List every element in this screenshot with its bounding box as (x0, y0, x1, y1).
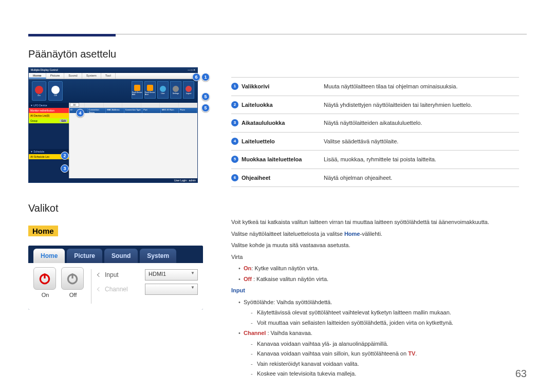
toolbar: On Off Fault Device Add Fault Device Ass… (29, 79, 197, 103)
legend-row: 2Laiteluokka Näytä yhdistettyjen näyttöl… (231, 96, 519, 115)
window-controls: — □ ✕ (188, 68, 195, 72)
tab2-home[interactable]: Home (33, 249, 65, 263)
chevron-icon (97, 287, 101, 291)
legend-row: 3Aikataululuokka Näytä näyttölaitteiden … (231, 114, 519, 133)
table-header: ID Connection Status MAC Address Connect… (69, 108, 197, 113)
legend-row: 5Muokkaa laiteluetteloa Lisää, muokkaa, … (231, 151, 519, 169)
input-select[interactable]: HDMI1 (145, 269, 198, 281)
callout-3: 3 (61, 164, 69, 173)
subheading-home: Home (28, 226, 58, 236)
heading-layout: Päänäytön asettelu (28, 48, 203, 60)
tab-picture[interactable]: Picture (46, 73, 65, 79)
right-column: 1Valikkorivi Muuta näyttölaitteen tilaa … (231, 77, 529, 380)
callout-4: 4 (76, 109, 84, 117)
heading-menus: Valikot (28, 202, 203, 214)
fault-device-add-button[interactable]: Fault Device Add (132, 81, 143, 99)
tab-sound[interactable]: Sound (64, 73, 82, 79)
tab-tool[interactable]: Tool (101, 73, 116, 79)
device-list-area: All ID Connection Status MAC Address Con… (69, 103, 197, 178)
input-label: Input (105, 271, 141, 278)
callout-6: 6 (192, 73, 200, 81)
tab-system[interactable]: System (82, 73, 101, 79)
sidebar-all-devices[interactable]: All Device List(0) (29, 113, 69, 118)
legend-table: 1Valikkorivi Muuta näyttölaitteen tilaa … (231, 77, 519, 187)
legend-row: 1Valikkorivi Muuta näyttölaitteen tilaa … (231, 77, 519, 96)
menubar: Home Picture Sound System Tool (29, 73, 197, 79)
channel-label: Channel (105, 286, 141, 293)
page-number: 63 (515, 368, 527, 380)
app-screenshot-overview: Multiple Display Control — □ ✕ Home Pict… (28, 67, 198, 183)
settings-button[interactable]: Settings (170, 81, 181, 99)
callout-1: 1 (201, 73, 210, 81)
titlebar: Multiple Display Control — □ ✕ (29, 68, 197, 73)
body-text: Voit kytkeä tai katkaista valitun laitte… (231, 218, 529, 378)
page-top-rule (28, 34, 527, 36)
power-on-button[interactable]: On (32, 81, 46, 101)
fault-device-asst-button[interactable]: Fault Device Asst (144, 81, 156, 99)
user-button[interactable]: User (157, 81, 169, 99)
statusbar: User Login : admin (29, 178, 197, 182)
edit-button[interactable]: Edit (60, 119, 67, 122)
sidebar-lfd-header[interactable]: ▼ LFD Device (29, 103, 69, 108)
logout-button[interactable]: Logout (183, 81, 194, 99)
legend-row: 4Laiteluettelo Valitse säädettävä näyttö… (231, 133, 519, 151)
power-off-button-2[interactable] (61, 267, 84, 290)
callout-2: 2 (61, 152, 69, 160)
callout-5b: 5 (201, 104, 210, 112)
tab-home[interactable]: Home (29, 73, 46, 79)
app-title: Multiple Display Control (31, 68, 58, 72)
power-on-button-2[interactable] (33, 267, 56, 290)
legend-row: 6Ohjeaiheet Näytä ohjelman ohjeaiheet. (231, 169, 519, 188)
tab2-picture[interactable]: Picture (67, 249, 102, 263)
sidebar-monitor-row[interactable]: Monitor redistribution (29, 108, 69, 113)
chevron-icon (97, 273, 101, 277)
power-off-button[interactable]: Off (48, 81, 63, 101)
callout-5: 5 (201, 92, 210, 101)
left-column: Päänäytön asettelu Multiple Display Cont… (28, 48, 203, 310)
channel-select[interactable] (145, 284, 198, 295)
tab2-sound[interactable]: Sound (104, 249, 138, 263)
app-screenshot-home-tab: Home Picture Sound System On Off (28, 246, 203, 310)
tab2-system[interactable]: System (140, 249, 176, 263)
sidebar-group-edit: Group Edit (29, 118, 69, 123)
filter-all[interactable]: All (70, 103, 79, 107)
